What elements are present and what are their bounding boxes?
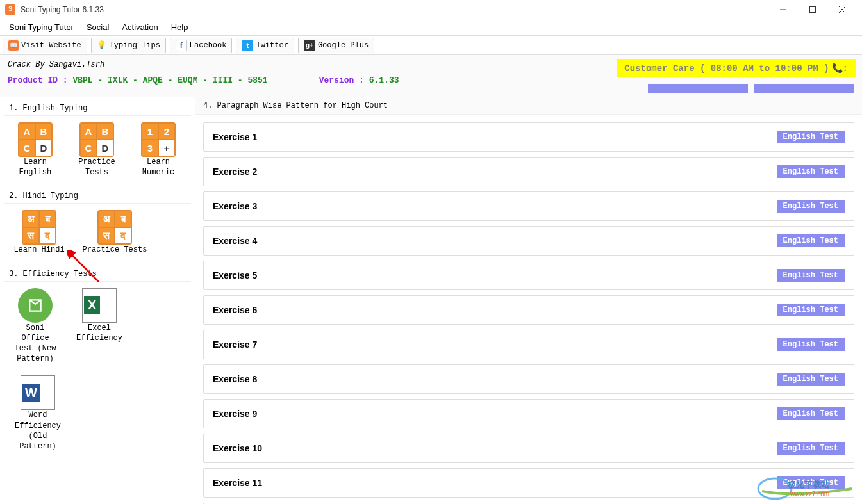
product-id-label: Product ID :	[8, 76, 72, 85]
twitter-icon: t	[242, 40, 253, 51]
google-plus-icon: g+	[304, 40, 315, 51]
exercise-label: Exercise 6	[213, 305, 257, 315]
menu-activation[interactable]: Activation	[115, 20, 164, 35]
progress-bar-2[interactable]	[754, 84, 854, 93]
english-test-button[interactable]: English Test	[777, 304, 845, 316]
toolbar-label: Typing Tips	[110, 41, 160, 50]
bulb-icon: 💡	[97, 40, 107, 51]
window-title: Soni Typing Tutor 6.1.33	[21, 5, 768, 14]
svg-text:极光下载站: 极光下载站	[787, 480, 829, 489]
english-test-button[interactable]: English Test	[777, 234, 845, 247]
tile-learn-hindi[interactable]: अबसद Learn Hindi	[10, 210, 68, 255]
menu-soni-typing-tutor[interactable]: Soni Typing Tutor	[3, 20, 80, 35]
toolbar: 📖 Visit Website 💡 Typing Tips f Facebook…	[0, 36, 862, 55]
exercise-label: Exercise 3	[213, 201, 257, 211]
tile-label: Learn Hindi	[13, 245, 64, 255]
exercise-row[interactable]: Exercise 3English Test	[203, 191, 854, 221]
english-test-button[interactable]: English Test	[777, 338, 845, 351]
exercise-row[interactable]: Exercise 4English Test	[203, 226, 854, 256]
tile-label: Soni Office Test (New Pattern)	[10, 323, 60, 364]
watermark: 极光下载站 www.xz7.com	[756, 476, 858, 501]
maximize-button[interactable]	[798, 0, 827, 19]
exercise-label: Exercise 9	[213, 409, 257, 419]
exercise-label: Exercise 1	[213, 132, 257, 142]
typing-tips-button[interactable]: 💡 Typing Tips	[91, 38, 166, 53]
svg-rect-1	[810, 6, 816, 12]
exercise-label: Exercise 10	[213, 443, 262, 453]
book-icon: 📖	[8, 40, 19, 51]
tile-learn-numeric[interactable]: 123+ Learn Numeric	[133, 122, 183, 177]
exercise-label: Exercise 4	[213, 236, 257, 246]
exercise-label: Exercise 5	[213, 270, 257, 280]
abcd-icon: ABCD	[79, 122, 114, 157]
english-test-button[interactable]: English Test	[777, 269, 845, 282]
hindi-icon: अबसद	[97, 210, 132, 245]
tile-soni-office-test[interactable]: Soni Office Test (New Pattern)	[10, 288, 60, 364]
menu-social[interactable]: Social	[80, 20, 115, 35]
office-icon	[18, 288, 53, 323]
exercise-row[interactable]: Exercise 9English Test	[203, 399, 854, 428]
svg-text:www.xz7.com: www.xz7.com	[790, 491, 829, 498]
exercise-row[interactable]: Exercise 6English Test	[203, 295, 854, 325]
exercise-row[interactable]: Exercise 1English Test	[203, 122, 854, 152]
content-area: 4. Paragraph Wise Pattern for High Court…	[195, 97, 862, 504]
tile-label: Practice Tests	[83, 245, 147, 255]
app-icon: S	[5, 4, 15, 15]
facebook-icon: f	[176, 40, 187, 51]
progress-bar-1[interactable]	[648, 84, 748, 93]
exercise-row[interactable]: Exercise 8English Test	[203, 364, 854, 394]
tile-practice-tests-english[interactable]: ABCD Practice Tests	[72, 122, 122, 177]
section-efficiency-tests-title: 3. Efficiency Tests	[4, 267, 191, 282]
english-test-button[interactable]: English Test	[777, 373, 845, 386]
close-button[interactable]	[827, 0, 857, 19]
tile-word-efficiency[interactable]: W Word Efficiency (Old Pattern)	[10, 375, 65, 451]
info-bar: Crack By Sangavi.Tsrh Product ID : VBPL …	[0, 55, 862, 97]
section-english-typing-title: 1. English Typing	[4, 101, 191, 116]
english-test-button[interactable]: English Test	[777, 407, 845, 420]
tile-learn-english[interactable]: ABCD Learn English	[10, 122, 60, 177]
exercise-row[interactable]: Exercise 7English Test	[203, 330, 854, 359]
tile-label: Practice Tests	[72, 157, 122, 177]
progress-bars	[648, 84, 854, 93]
exercise-list: Exercise 1English TestExercise 2English …	[195, 115, 862, 504]
exercise-label: Exercise 2	[213, 167, 257, 177]
numeric-icon: 123+	[141, 122, 176, 157]
english-test-button[interactable]: English Test	[777, 200, 845, 213]
exercise-row[interactable]: Exercise 10English Test	[203, 434, 854, 463]
visit-website-button[interactable]: 📖 Visit Website	[3, 38, 87, 53]
menubar: Soni Typing Tutor Social Activation Help	[0, 19, 862, 36]
minimize-button[interactable]	[768, 0, 798, 19]
word-icon: W	[21, 375, 55, 410]
section-hindi-typing-title: 2. Hindi Typing	[4, 189, 191, 204]
english-test-button[interactable]: English Test	[777, 165, 845, 178]
tile-excel-efficiency[interactable]: X Excel Efficiency	[72, 288, 127, 364]
window-controls	[768, 0, 857, 19]
tile-label: Excel Efficiency	[72, 323, 127, 343]
exercise-label: Exercise 7	[213, 339, 257, 350]
twitter-button[interactable]: t Twitter	[236, 38, 294, 53]
content-header: 4. Paragraph Wise Pattern for High Court	[195, 97, 862, 115]
hindi-icon: अबसद	[22, 210, 56, 245]
excel-icon: X	[82, 288, 117, 323]
customer-care-text: Customer Care ( 08:00 AM to 10:00 PM )	[624, 63, 829, 74]
exercise-label: Exercise 11	[213, 478, 262, 488]
exercise-row[interactable]: Exercise 2English Test	[203, 157, 854, 186]
titlebar: S Soni Typing Tutor 6.1.33	[0, 0, 862, 19]
phone-icon: 📞:	[832, 63, 848, 74]
tile-practice-tests-hindi[interactable]: अबसद Practice Tests	[79, 210, 150, 255]
english-test-button[interactable]: English Test	[777, 131, 845, 143]
product-id-value: VBPL - IXLK - APQE - EUQM - IIII - 5851	[72, 76, 267, 85]
sidebar: 1. English Typing ABCD Learn English ABC…	[0, 97, 195, 504]
english-test-button[interactable]: English Test	[777, 442, 845, 455]
exercise-row[interactable]: Exercise 5English Test	[203, 261, 854, 290]
facebook-button[interactable]: f Facebook	[170, 38, 233, 53]
tile-label: Word Efficiency (Old Pattern)	[10, 410, 65, 451]
toolbar-label: Twitter	[256, 41, 288, 50]
menu-help[interactable]: Help	[165, 20, 195, 35]
tile-label: Learn Numeric	[133, 157, 183, 177]
google-plus-button[interactable]: g+ Google Plus	[298, 38, 374, 53]
toolbar-label: Visit Website	[21, 41, 81, 50]
svg-point-5	[758, 478, 792, 499]
abcd-icon: ABCD	[18, 122, 53, 157]
tile-label: Learn English	[10, 157, 60, 177]
